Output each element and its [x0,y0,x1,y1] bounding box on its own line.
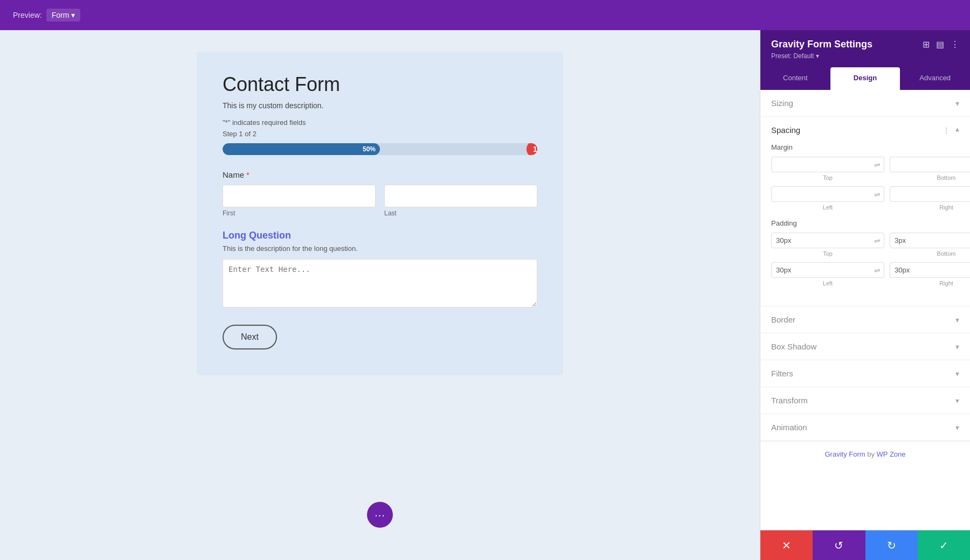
padding-bottom-label: Bottom [890,250,970,257]
margin-top-input[interactable] [772,157,871,172]
redo-button[interactable]: ↻ [865,530,918,560]
padding-left-link-icon[interactable]: ⇌ [871,264,884,277]
sizing-section: Sizing ▾ [760,90,970,117]
transform-section-header[interactable]: Transform ▾ [760,387,970,414]
first-name-group: First [223,185,376,217]
animation-section: Animation ▾ [760,414,970,441]
preview-bar: Preview: Form ▾ [0,0,970,30]
animation-chevron-icon: ▾ [955,423,959,432]
margin-top-label: Top [771,174,884,181]
margin-right-input-row: ⇌ [890,186,970,202]
padding-left-input[interactable] [772,263,871,277]
margin-left-label: Left [771,204,884,211]
padding-bottom-input[interactable] [890,233,970,248]
preview-label: Preview: [13,11,42,19]
progress-bar-container: 50% 1 [223,143,537,155]
margin-bottom-group: ⇌ Bottom [890,157,970,181]
undo-button[interactable]: ↺ [813,530,865,560]
preview-form-button[interactable]: Form ▾ [46,9,81,22]
step-indicator: Step 1 of 2 [223,130,537,138]
long-question-section: Long Question This is the description fo… [223,230,537,310]
padding-right-group: ⇌ Right [890,262,970,286]
tab-design[interactable]: Design [830,67,900,90]
transform-section: Transform ▾ [760,387,970,414]
spacing-section-title: Spacing [771,125,800,135]
padding-right-input-row: ⇌ [890,262,970,278]
tab-content[interactable]: Content [760,67,830,90]
first-name-input[interactable] [223,185,376,207]
padding-top-input-row: ⇌ [771,233,884,248]
padding-bottom-input-row: ⇌ [890,233,970,248]
cancel-button[interactable]: ✕ [760,530,813,560]
next-button[interactable]: Next [223,325,277,349]
padding-right-label: Right [890,280,970,286]
padding-left-group: ⇌ Left [771,262,884,286]
box-shadow-section-title: Box Shadow [771,342,816,351]
box-shadow-section: Box Shadow ▾ [760,333,970,360]
form-card: Contact Form This is my custom descripti… [197,52,563,375]
tab-advanced[interactable]: Advanced [900,67,970,90]
border-section: Border ▾ [760,306,970,333]
padding-left-label: Left [771,280,884,286]
margin-left-link-icon[interactable]: ⇌ [871,188,884,201]
padding-top-input[interactable] [772,233,871,248]
margin-left-input[interactable] [772,187,871,201]
filters-section: Filters ▾ [760,360,970,387]
spacing-content: Margin ⇌ Top ⇌ [760,143,970,306]
padding-bottom-group: ⇌ Bottom [890,233,970,257]
spacing-section: Spacing ⋮ ▾ Margin ⇌ [760,117,970,306]
transform-section-title: Transform [771,396,808,405]
margin-bottom-label: Bottom [890,174,970,181]
panel-icon-columns[interactable]: ▤ [936,39,944,50]
name-inputs-row: First Last [223,185,537,217]
padding-left-input-row: ⇌ [771,262,884,278]
padding-right-input[interactable] [890,263,970,277]
padding-top-link-icon[interactable]: ⇌ [871,234,884,247]
panel-title: Gravity Form Settings [771,39,872,50]
box-shadow-chevron-icon: ▾ [955,342,959,351]
spacing-more-icon[interactable]: ⋮ [943,126,950,135]
form-title: Contact Form [223,73,537,96]
wp-zone-link[interactable]: WP Zone [877,450,906,458]
bottom-toolbar: ✕ ↺ ↻ ✓ [760,530,970,560]
gravity-form-link[interactable]: Gravity Form [824,450,865,458]
panel-icon-grid[interactable]: ⊞ [923,39,930,50]
margin-bottom-input[interactable] [890,157,970,172]
last-sublabel: Last [384,209,537,217]
animation-section-header[interactable]: Animation ▾ [760,414,970,440]
floating-action-button[interactable]: ··· [367,502,393,528]
required-notice: "*" indicates required fields [223,118,537,127]
padding-top-group: ⇌ Top [771,233,884,257]
long-question-title: Long Question [223,230,537,241]
margin-right-input[interactable] [890,187,970,201]
progress-bar-fill: 50% [223,143,380,155]
box-shadow-section-header[interactable]: Box Shadow ▾ [760,333,970,360]
panel-header: Gravity Form Settings ⊞ ▤ ⋮ Preset: Defa… [760,30,970,67]
settings-panel: Gravity Form Settings ⊞ ▤ ⋮ Preset: Defa… [760,30,970,560]
last-name-input[interactable] [384,185,537,207]
sizing-section-header[interactable]: Sizing ▾ [760,90,970,116]
margin-right-label: Right [890,204,970,211]
name-required-indicator: * [246,170,250,179]
name-field-section: Name * First Last [223,170,537,217]
border-section-title: Border [771,315,795,324]
panel-content: Sizing ▾ Spacing ⋮ ▾ Margin [760,90,970,530]
margin-left-input-row: ⇌ [771,186,884,202]
long-question-textarea[interactable] [223,259,537,307]
margin-bottom-input-row: ⇌ [890,157,970,172]
transform-chevron-icon: ▾ [955,396,959,405]
panel-footer: Gravity Form by WP Zone [760,441,970,467]
panel-tabs: Content Design Advanced [760,67,970,90]
margin-top-link-icon[interactable]: ⇌ [871,158,884,171]
name-label-text: Name [223,170,244,179]
spacing-section-header[interactable]: Spacing ⋮ ▾ [760,117,970,143]
padding-fields: ⇌ Top ⇌ Bottom [771,233,959,286]
save-button[interactable]: ✓ [918,530,970,560]
border-section-header[interactable]: Border ▾ [760,306,970,333]
first-sublabel: First [223,209,376,217]
panel-icon-more[interactable]: ⋮ [951,39,959,50]
panel-preset[interactable]: Preset: Default ▾ [771,52,959,60]
filters-section-header[interactable]: Filters ▾ [760,360,970,387]
padding-top-label: Top [771,250,884,257]
next-button-wrap: Next [223,325,537,349]
